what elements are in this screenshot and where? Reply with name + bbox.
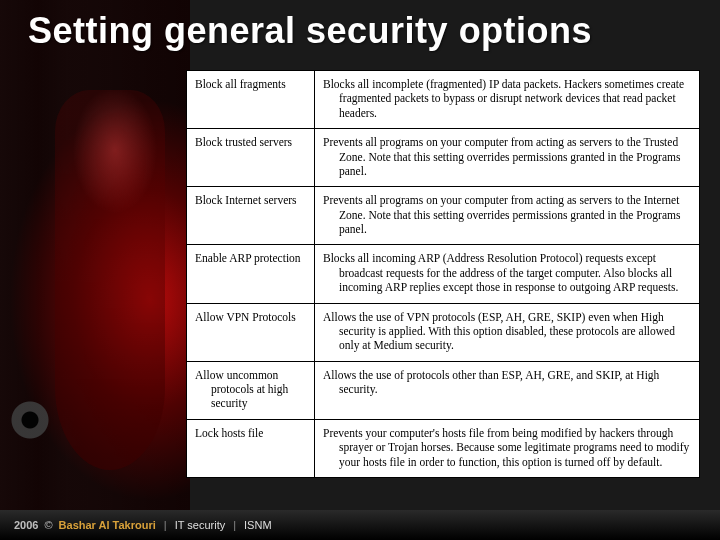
option-description: Blocks all incomplete (fragmented) IP da… [323,77,691,120]
options-table: Block all fragments Blocks all incomplet… [186,70,700,478]
option-name: Block all fragments [195,77,306,91]
option-description: Allows the use of protocols other than E… [323,368,691,397]
table-row: Block Internet servers Prevents all prog… [187,187,700,245]
decorative-background [0,0,190,540]
footer-year: 2006 [14,519,38,531]
option-name: Block Internet servers [195,193,306,207]
footer-org: ISNM [244,519,272,531]
option-description: Allows the use of VPN protocols (ESP, AH… [323,310,691,353]
table-row: Lock hosts file Prevents your computer's… [187,419,700,477]
table-row: Enable ARP protection Blocks all incomin… [187,245,700,303]
option-description: Prevents all programs on your computer f… [323,135,691,178]
slide-title: Setting general security options [28,10,708,52]
option-description: Prevents your computer's hosts file from… [323,426,691,469]
footer-author: Bashar Al Takrouri [59,519,156,531]
option-name: Allow VPN Protocols [195,310,306,324]
footer: 2006 © Bashar Al Takrouri | IT security … [0,510,720,540]
option-name: Enable ARP protection [195,251,306,265]
option-name: Lock hosts file [195,426,306,440]
slide: Setting general security options Block a… [0,0,720,540]
table-row: Block all fragments Blocks all incomplet… [187,71,700,129]
table-row: Block trusted servers Prevents all progr… [187,129,700,187]
table-row: Allow uncommon protocols at high securit… [187,361,700,419]
option-name: Allow uncommon protocols at high securit… [195,368,306,411]
copyright-symbol: © [44,519,52,531]
option-description: Blocks all incoming ARP (Address Resolut… [323,251,691,294]
footer-separator: | [233,519,236,531]
option-name: Block trusted servers [195,135,306,149]
footer-course: IT security [175,519,226,531]
option-description: Prevents all programs on your computer f… [323,193,691,236]
table-row: Allow VPN Protocols Allows the use of VP… [187,303,700,361]
footer-separator: | [164,519,167,531]
